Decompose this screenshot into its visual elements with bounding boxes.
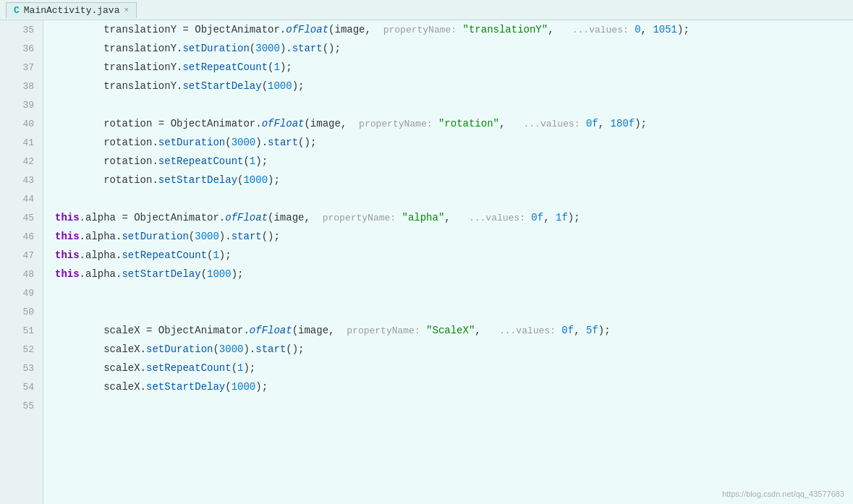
token-plain: .alpha. xyxy=(80,231,122,242)
token-plain: ( xyxy=(268,61,273,73)
token-method: setDuration xyxy=(158,137,225,148)
tab-filename: MainActivity.java xyxy=(24,5,120,16)
code-area[interactable]: translationY = ObjectAnimator.ofFloat(im… xyxy=(43,20,853,504)
token-method: setStartDelay xyxy=(146,381,225,393)
token-plain: ( xyxy=(225,381,231,393)
line-number: 50 xyxy=(0,302,43,321)
token-plain: ). xyxy=(219,231,232,242)
token-plain: .alpha. xyxy=(80,249,122,261)
code-line xyxy=(55,189,853,208)
code-line: translationY.setStartDelay(1000); xyxy=(55,77,853,95)
token-method: setRepeatCount xyxy=(182,61,268,73)
token-plain: ( xyxy=(232,362,237,374)
code-line: rotation.setRepeatCount(1); xyxy=(55,152,853,171)
line-number: 37 xyxy=(0,58,43,77)
token-number: 1 xyxy=(250,155,255,167)
code-line: this.alpha.setDuration(3000).start(); xyxy=(55,227,853,246)
token-method: setStartDelay xyxy=(122,268,200,280)
title-bar: C MainActivity.java × xyxy=(0,0,853,20)
token-number: 180f xyxy=(611,118,635,129)
token-plain: ( xyxy=(262,80,268,92)
token-method: setStartDelay xyxy=(158,174,237,186)
token-plain: ); xyxy=(243,362,255,374)
token-plain: ); xyxy=(268,174,280,186)
code-line: scaleX.setStartDelay(1000); xyxy=(55,377,853,396)
code-line xyxy=(55,302,853,321)
token-number: 0 xyxy=(635,24,640,35)
line-number: 41 xyxy=(0,133,43,152)
token-plain: scaleX. xyxy=(55,362,146,374)
token-plain: , xyxy=(598,118,611,129)
line-number: 45 xyxy=(0,208,43,227)
token-plain xyxy=(629,24,635,35)
token-plain: ). xyxy=(243,343,255,355)
token-param-hint: propertyName: xyxy=(323,213,396,223)
token-this-kw: this xyxy=(55,212,80,223)
token-string: "alpha" xyxy=(402,212,445,223)
token-method: start xyxy=(268,137,298,148)
code-line xyxy=(55,396,853,415)
token-plain: , xyxy=(574,325,586,336)
token-this-kw: this xyxy=(55,231,80,242)
line-number: 38 xyxy=(0,77,43,95)
token-this-kw: this xyxy=(55,268,80,280)
code-line: rotation.setStartDelay(1000); xyxy=(55,171,853,189)
token-plain: translationY. xyxy=(55,43,182,54)
token-plain: ); xyxy=(568,212,580,223)
token-param-hint: ...values: xyxy=(524,119,580,129)
line-number: 51 xyxy=(0,321,43,340)
line-number: 44 xyxy=(0,189,43,208)
token-number: 3000 xyxy=(255,43,280,54)
token-number: 0f xyxy=(531,212,543,223)
token-plain: , xyxy=(641,24,653,35)
token-plain: rotation. xyxy=(55,137,158,148)
token-plain: scaleX. xyxy=(55,343,146,355)
token-plain: (image, xyxy=(268,212,323,223)
token-param-hint: propertyName: xyxy=(359,119,432,129)
line-number: 48 xyxy=(0,265,43,283)
code-line: scaleX = ObjectAnimator.ofFloat(image, p… xyxy=(55,321,853,340)
token-plain: rotation = ObjectAnimator. xyxy=(55,118,262,129)
token-number: 1051 xyxy=(653,24,677,35)
code-line xyxy=(55,95,853,114)
token-plain: translationY. xyxy=(55,80,182,92)
token-method-italic: ofFloat xyxy=(250,325,292,336)
token-plain: ( xyxy=(243,155,249,167)
token-number: 1000 xyxy=(243,174,268,186)
token-number: 1 xyxy=(213,249,218,261)
token-number: 1000 xyxy=(232,381,256,393)
line-number: 35 xyxy=(0,20,43,39)
token-plain: ( xyxy=(189,231,195,242)
token-plain: (); xyxy=(262,231,280,242)
token-plain: ); xyxy=(292,80,305,92)
token-plain: ( xyxy=(237,174,243,186)
token-plain: .alpha. xyxy=(80,268,122,280)
token-param-hint: ...values: xyxy=(469,213,525,223)
token-plain: scaleX = ObjectAnimator. xyxy=(55,325,250,336)
code-line: rotation = ObjectAnimator.ofFloat(image,… xyxy=(55,114,853,133)
token-method-italic: ofFloat xyxy=(262,118,305,129)
token-plain: , xyxy=(543,212,556,223)
file-tab[interactable]: C MainActivity.java × xyxy=(6,2,137,18)
code-line: translationY.setDuration(3000).start(); xyxy=(55,39,853,58)
token-number: 3000 xyxy=(232,137,256,148)
code-line xyxy=(55,283,853,302)
token-method: start xyxy=(255,343,286,355)
token-string: "translationY" xyxy=(463,24,548,35)
token-param-hint: propertyName: xyxy=(383,25,457,35)
token-plain: ( xyxy=(250,43,255,54)
token-plain: (image, xyxy=(328,24,383,35)
token-plain: (image, xyxy=(292,325,347,336)
token-number: 1 xyxy=(273,61,279,73)
token-plain: ( xyxy=(201,268,207,280)
code-line: translationY = ObjectAnimator.ofFloat(im… xyxy=(55,20,853,39)
line-number: 46 xyxy=(0,227,43,246)
code-line: this.alpha = ObjectAnimator.ofFloat(imag… xyxy=(55,208,853,227)
token-method: start xyxy=(292,43,323,54)
token-number: 1000 xyxy=(268,80,292,92)
token-string: "ScaleX" xyxy=(426,325,475,336)
line-number: 52 xyxy=(0,340,43,359)
tab-close-button[interactable]: × xyxy=(124,6,129,14)
token-plain xyxy=(457,24,462,35)
token-number: 1000 xyxy=(207,268,232,280)
